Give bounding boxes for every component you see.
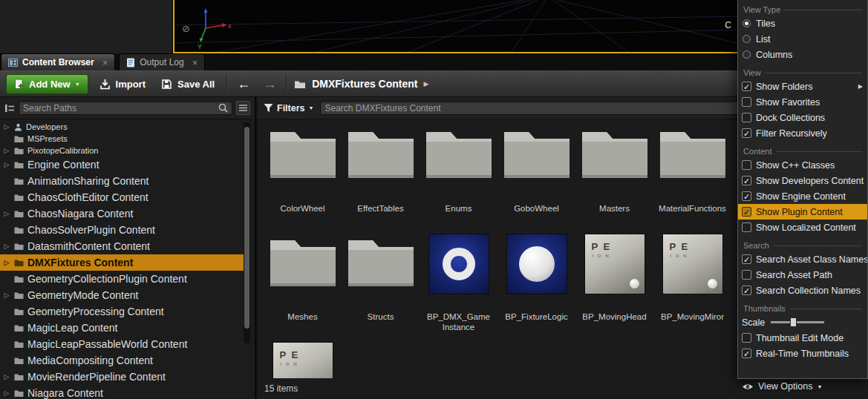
chevron-down-icon: ▼	[817, 384, 822, 389]
tree-item-label: MagicLeap Content	[27, 322, 117, 334]
add-new-button[interactable]: Add New ▼	[6, 74, 88, 94]
save-all-button[interactable]: Save All	[157, 74, 219, 94]
expander-icon[interactable]: ▷	[3, 161, 10, 168]
menu-item-show-localized-content[interactable]: Show Localized Content	[738, 220, 867, 235]
tree-item-animationsharing-content[interactable]: AnimationSharing Content	[0, 173, 245, 189]
asset-tile-bp-movinghead[interactable]: P EI O NBP_MovingHead	[575, 233, 653, 341]
paths-view-toggle-button[interactable]	[236, 101, 250, 115]
expander-icon[interactable]: ▷	[3, 389, 10, 397]
viewport-corner-label: C	[725, 20, 731, 30]
menu-item-tiles[interactable]: Tiles	[738, 16, 867, 31]
scale-slider-handle[interactable]	[790, 317, 797, 327]
tree-item-label: GeometryCollectionPlugin Content	[27, 273, 187, 285]
tab-output-log[interactable]: Output Log ×	[119, 53, 205, 70]
asset-tile-materialfunctions[interactable]: MaterialFunctions	[653, 125, 731, 233]
folder-icon	[14, 161, 24, 169]
expander-icon[interactable]: ▷	[3, 291, 10, 299]
asset-tile-bp-fixturelogic[interactable]: BP_FixtureLogic	[497, 233, 575, 341]
close-tab-icon[interactable]: ×	[192, 57, 198, 68]
menu-item-show-developers-content[interactable]: ✓Show Developers Content	[738, 173, 867, 188]
tree-item-movierenderpipeline-content[interactable]: ▷MovieRenderPipeline Content	[0, 369, 245, 385]
scale-slider[interactable]	[771, 321, 824, 323]
menu-item-columns[interactable]: Columns	[738, 47, 867, 62]
breadcrumb-arrow-icon[interactable]: ▶	[423, 80, 428, 88]
menu-item-filter-recursively[interactable]: ✓Filter Recursively	[738, 125, 867, 141]
menu-item-search-asset-path[interactable]: Search Asset Path	[738, 267, 867, 283]
asset-tile-masters[interactable]: Masters	[575, 125, 653, 233]
scrollbar-thumb[interactable]	[244, 127, 249, 329]
folder-icon	[14, 147, 24, 155]
thumbnail-box: P EI O N	[653, 233, 731, 295]
tree-item-chaosclotheditor-content[interactable]: ChaosClothEditor Content	[0, 189, 245, 205]
tree-item-chaosniagara-content[interactable]: ▷ChaosNiagara Content	[0, 205, 245, 222]
tree-item-pixotopecalibration[interactable]: ▷PixotopeCalibration	[0, 145, 245, 156]
tree-item-engine-content[interactable]: ▷Engine Content	[0, 156, 245, 173]
view-options-button[interactable]: View Options ▼	[742, 381, 822, 392]
tree-item-magicleap-content[interactable]: MagicLeap Content	[0, 320, 245, 336]
asset-tile-meshes[interactable]: Meshes	[264, 233, 342, 341]
menu-item-thumbnail-edit-mode[interactable]: Thumbnail Edit Mode	[738, 330, 867, 346]
tree-item-geometrycollectionplugin-content[interactable]: GeometryCollectionPlugin Content	[0, 271, 245, 287]
asset-tile-partial[interactable]: P EI O N	[728, 233, 737, 341]
asset-tile-structs[interactable]: Structs	[342, 233, 420, 341]
tree-item-mspresets[interactable]: MSPresets	[0, 133, 245, 145]
menu-item-search-asset-class-names[interactable]: ✓Search Asset Class Names	[738, 251, 867, 267]
tree-item-geometrymode-content[interactable]: ▷GeometryMode Content	[0, 287, 245, 303]
menu-item-show-c-classes[interactable]: Show C++ Classes	[738, 157, 867, 173]
tree-item-datasmithcontent-content[interactable]: ▷DatasmithContent Content	[0, 238, 245, 254]
forward-button[interactable]: →	[260, 76, 279, 92]
asset-tile-bp-dmx-game-instance[interactable]: BP_DMX_Game Instance	[420, 233, 497, 341]
breadcrumb-current-folder[interactable]: DMXFixtures Content	[312, 78, 417, 90]
tree-item-geometryprocessing-content[interactable]: GeometryProcessing Content	[0, 303, 245, 320]
asset-label: EffectTables	[357, 203, 403, 214]
tree-scrollbar[interactable]	[244, 122, 250, 343]
thumbnail-sub-text: I O N	[281, 362, 298, 366]
search-paths-input[interactable]	[23, 103, 215, 113]
back-button[interactable]: ←	[234, 76, 253, 92]
expander-icon[interactable]: ▷	[3, 259, 10, 266]
tree-item-niagara-content[interactable]: ▷Niagara Content	[0, 385, 245, 399]
asset-label: GoboWheel	[514, 203, 559, 214]
close-tab-icon[interactable]: ×	[102, 57, 108, 68]
tree-item-chaossolverplugin-content[interactable]: ChaosSolverPlugin Content	[0, 222, 245, 238]
expander-icon[interactable]: ▷	[3, 210, 10, 217]
menu-section-thumbnails: ThumbnailsScaleThumbnail Edit Mode✓Real-…	[738, 300, 867, 363]
menu-section-header: Content	[738, 145, 867, 157]
filters-button[interactable]: Filters ▼	[264, 103, 313, 113]
menu-item-show-folders[interactable]: ✓Show Folders▶	[738, 79, 867, 94]
expander-icon[interactable]: ▷	[3, 243, 10, 250]
thumbnail-box	[497, 233, 575, 295]
sources-toggle-icon[interactable]	[4, 103, 15, 113]
tree-item-developers[interactable]: ▷Developers	[0, 121, 245, 133]
save-icon	[161, 79, 172, 90]
expander-icon[interactable]: ▷	[3, 123, 10, 131]
menu-item-scale[interactable]: Scale	[738, 314, 867, 330]
menu-item-show-favorites[interactable]: Show Favorites	[738, 94, 867, 110]
expander-icon[interactable]: ▷	[3, 373, 10, 380]
tree-item-mediacompositing-content[interactable]: MediaCompositing Content	[0, 352, 245, 369]
asset-tile-enums[interactable]: Enums	[420, 125, 497, 233]
asset-tile-colorwheel[interactable]: ColorWheel	[264, 125, 342, 233]
tree-item-magicleappassableworld-content[interactable]: MagicLeapPassableWorld Content	[0, 336, 245, 352]
menu-item-list[interactable]: List	[738, 31, 867, 47]
thumbnail-box: P EI O N	[264, 341, 342, 378]
tree-item-label: MSPresets	[27, 134, 68, 143]
import-label: Import	[116, 79, 146, 90]
3d-viewport[interactable]: x Y ⊘ C	[173, 0, 745, 53]
asset-tile-effecttables[interactable]: EffectTables	[342, 125, 420, 233]
menu-item-dock-collections[interactable]: Dock Collections	[738, 110, 867, 125]
asset-tile-partial[interactable]: P EI O N	[264, 341, 342, 378]
thumbnail-logo-text: P E	[670, 241, 690, 252]
menu-item-show-engine-content[interactable]: ✓Show Engine Content	[738, 188, 867, 204]
tree-item-dmxfixtures-content[interactable]: ▷DMXFixtures Content	[0, 254, 245, 271]
expander-icon[interactable]: ▷	[3, 147, 10, 154]
asset-tile-bp-movingmiror[interactable]: P EI O NBP_MovingMiror	[653, 233, 731, 341]
menu-item-search-collection-names[interactable]: ✓Search Collection Names	[738, 283, 867, 298]
tab-content-browser[interactable]: Content Browser ×	[1, 53, 115, 70]
menu-item-real-time-thumbnails[interactable]: ✓Real-Time Thumbnails	[738, 346, 867, 361]
menu-item-show-plugin-content[interactable]: ✓Show Plugin Content	[738, 204, 867, 220]
search-paths-field[interactable]	[19, 101, 232, 115]
asset-tile-gobowheel[interactable]: GoboWheel	[497, 125, 575, 233]
ring-graphic	[443, 248, 475, 280]
import-button[interactable]: Import	[95, 74, 150, 94]
